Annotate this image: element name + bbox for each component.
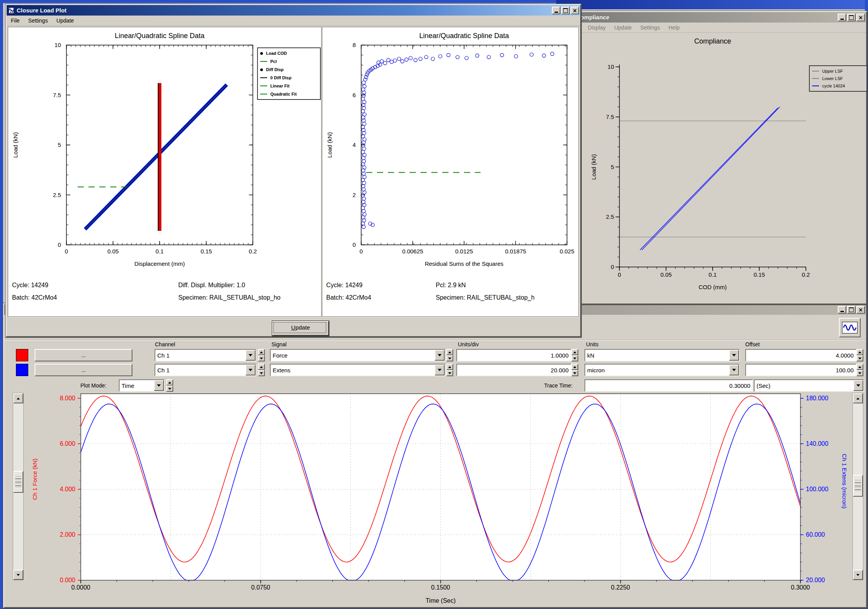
units2-select[interactable]: micron [584,364,740,376]
signal2-spinner[interactable] [446,364,453,376]
svg-text:0.1500: 0.1500 [431,584,450,591]
svg-text:0.0000: 0.0000 [71,584,90,591]
channel1-select[interactable]: Ch 1 [155,349,256,361]
scope-right-axis-label: Ch 1 Extens (micron) [841,454,848,509]
scroll-down-icon[interactable] [853,570,863,580]
svg-text:Residual Sums of the Squares: Residual Sums of the Squares [425,260,504,267]
compliance-titlebar[interactable]: Compliance × [566,12,866,23]
update-button[interactable]: Update [272,321,329,336]
unitsdiv2-field[interactable]: 20.000 [456,364,571,376]
left-axis-scrollbar[interactable] [13,393,24,580]
offset2-spinner[interactable] [856,364,863,376]
chevron-down-icon[interactable] [245,365,256,375]
scope-controls: Channel Signal Units/div Units Offset ..… [4,340,866,399]
scroll-up-icon[interactable] [853,393,863,403]
svg-text:0: 0 [360,248,363,255]
svg-text:180.000: 180.000 [806,395,828,401]
scrollbar-thumb[interactable] [13,471,23,493]
menu-item-help[interactable]: Help [664,23,684,32]
close-icon[interactable]: × [856,306,865,314]
plot-mode-select[interactable]: Time [119,379,165,392]
scroll-up-icon[interactable] [13,393,23,403]
scroll-down-icon[interactable] [13,570,23,580]
legend-item: 0 Diff Disp [260,75,318,80]
app-icon [8,7,15,14]
channel2-select[interactable]: Ch 1 [155,364,256,376]
line-marker-icon [812,71,819,72]
offset1-spinner[interactable] [856,349,863,361]
svg-text:COD (mm): COD (mm) [699,284,727,290]
maximize-icon[interactable] [847,306,856,314]
legend-label: Pcl [270,59,277,64]
offset2-field[interactable]: 100.00 [745,364,856,376]
chevron-down-icon[interactable] [154,380,164,391]
svg-text:0.01875: 0.01875 [505,248,526,255]
signal2-select[interactable]: Extens [270,364,445,376]
compliance-client: 00.050.10.150.202.557.510ComplianceCOD (… [566,33,866,302]
svg-text:0.0125: 0.0125 [455,248,473,255]
plot-mode-spinner[interactable] [166,379,173,392]
minimize-icon[interactable] [838,306,846,314]
channel2-color-swatch[interactable] [16,364,28,376]
chevron-down-icon[interactable] [435,350,445,361]
batch-readout: Batch: 42CrMo4 [12,291,57,304]
chevron-down-icon[interactable] [245,350,256,361]
svg-text:60.000: 60.000 [806,531,825,538]
units1-select[interactable]: kN [584,349,740,361]
svg-text:0.3000: 0.3000 [791,584,810,591]
trace-time-label: Trace Time: [544,379,572,392]
channel2-spinner[interactable] [258,364,265,376]
svg-text:6: 6 [353,92,356,98]
background-app-titlebar [556,0,865,9]
menu-item-settings[interactable]: Settings [636,23,664,32]
menu-item-file[interactable]: File [7,16,24,25]
maximize-icon[interactable] [561,7,570,14]
svg-text:Linear/Quadratic Spline Data: Linear/Quadratic Spline Data [419,32,509,40]
chevron-down-icon[interactable] [853,380,863,391]
svg-text:5: 5 [58,141,61,148]
menu-item-update[interactable]: Update [52,16,78,25]
close-icon[interactable]: × [571,7,579,14]
unitsdiv1-spinner[interactable] [571,349,578,361]
unitsdiv2-spinner[interactable] [571,364,578,376]
channel1-spinner[interactable] [258,349,265,361]
svg-text:Displacement (mm): Displacement (mm) [134,260,185,267]
plot-mode-label: Plot Mode: [80,379,106,392]
chevron-down-icon[interactable] [729,350,739,361]
trace-time-field[interactable]: 0.30000 [584,379,753,392]
column-header-offset: Offset [745,341,760,347]
svg-text:Load (kN): Load (kN) [12,132,19,158]
channel1-options-button[interactable]: ... [35,349,132,361]
close-icon[interactable]: × [856,14,865,21]
right-axis-scrollbar[interactable] [852,393,863,580]
scrollbar-thumb[interactable] [853,475,863,497]
maximize-icon[interactable] [847,14,856,21]
channel2-options-button[interactable]: ... [35,364,132,376]
column-header-unitsdiv: Units/div [458,341,479,347]
batch-readout: Batch: 42CrMo4 [326,291,371,304]
legend-label: Linear Fit [270,84,290,88]
window-title: Closure Load Plot [17,7,550,14]
channel1-color-swatch[interactable] [16,349,28,361]
svg-text:0: 0 [611,263,614,270]
offset1-field[interactable]: 4.0000 [745,349,856,361]
line-marker-icon [812,86,819,86]
trace-time-units-select[interactable]: (Sec) [754,379,864,392]
scope-trace-button[interactable] [839,318,861,337]
menu-item-update[interactable]: Update [610,23,636,32]
chevron-down-icon[interactable] [435,365,445,375]
specimen-readout: Specimen: RAIL_SETUBAL_stop_ho [178,291,280,304]
svg-text:10: 10 [607,63,614,70]
minimize-icon[interactable] [552,7,560,14]
menu-item-display[interactable]: Display [584,23,610,32]
closure-titlebar[interactable]: Closure Load Plot × [7,5,580,16]
line-marker-icon [812,78,819,79]
chevron-down-icon[interactable] [729,365,739,375]
signal1-select[interactable]: Force [270,349,445,361]
svg-text:20.000: 20.000 [806,577,825,583]
unitsdiv1-field[interactable]: 1.0000 [456,349,571,361]
compliance-window: Compliance × FileDisplayUpdateSettingsHe… [565,11,867,305]
signal1-spinner[interactable] [446,349,453,361]
menu-item-settings[interactable]: Settings [24,16,52,25]
minimize-icon[interactable] [838,14,846,21]
